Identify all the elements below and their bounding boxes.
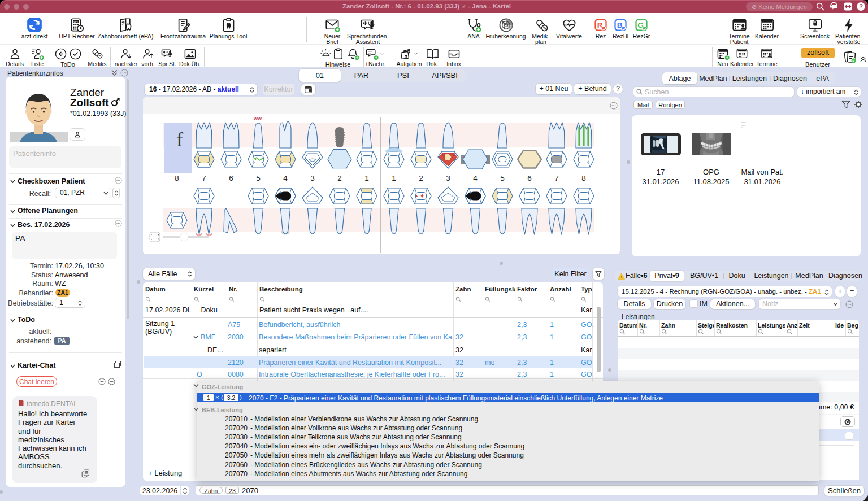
svg-text:3: 3 [310,174,315,182]
svg-text:2: 2 [337,174,342,182]
svg-text:5: 5 [256,174,261,182]
svg-text:ww: ww [253,116,262,121]
svg-text:8: 8 [175,174,179,182]
svg-text:3: 3 [446,174,450,182]
svg-text:7: 7 [554,174,559,182]
svg-text:1: 1 [392,174,396,182]
svg-text:1: 1 [364,174,369,182]
svg-text:4: 4 [473,174,478,182]
svg-text:2: 2 [419,174,423,182]
svg-text:UPT: UPT [73,20,78,23]
svg-text:8: 8 [581,174,586,182]
svg-text:6: 6 [527,174,532,182]
svg-text:f: f [176,128,183,151]
svg-text:7: 7 [202,174,206,182]
svg-text:6: 6 [229,174,233,182]
svg-text:4: 4 [283,174,288,182]
svg-text:!: ! [620,274,622,279]
svg-text:5: 5 [500,174,505,182]
